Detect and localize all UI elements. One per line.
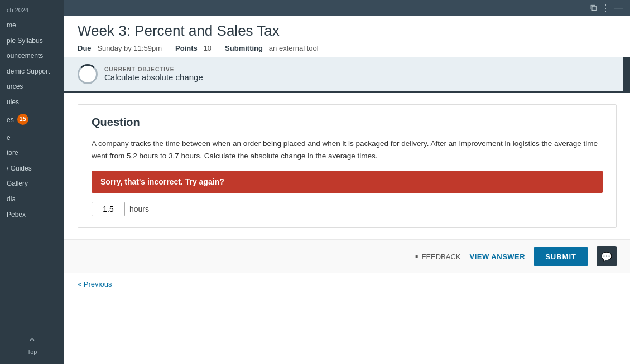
nav-footer: « Previous	[64, 273, 630, 297]
objective-main-text: Calculate absolute change	[104, 72, 203, 82]
sidebar-item-announcements[interactable]: ouncements	[0, 48, 64, 64]
chat-icon: 💬	[601, 251, 612, 262]
previous-link[interactable]: « Previous	[64, 275, 125, 293]
question-header: Question	[92, 116, 603, 129]
main-content: ⧉ ⋮ — Week 3: Percent and Sales Tax Due …	[64, 0, 630, 364]
submitting-label: Submitting	[225, 44, 263, 52]
page-title: Week 3: Percent and Sales Tax	[78, 22, 617, 40]
answer-row: hours	[92, 202, 603, 216]
page-meta: Due Sunday by 11:59pm Points 10 Submitti…	[78, 44, 617, 52]
bottom-action-bar: ▪ FEEDBACK VIEW ANSWER SUBMIT 💬	[64, 239, 630, 273]
content-area: CURRENT OBJECTIVE Calculate absolute cha…	[64, 57, 630, 364]
feedback-label: FEEDBACK	[421, 253, 460, 261]
answer-unit: hours	[129, 205, 149, 213]
sidebar-item-gallery[interactable]: Gallery	[0, 176, 64, 192]
points-info: Points 10	[175, 44, 211, 52]
sidebar-item-me[interactable]: me	[0, 18, 64, 33]
sidebar-item-syllabus[interactable]: ple Syllabus	[0, 33, 64, 49]
chat-button[interactable]: 💬	[597, 246, 617, 266]
error-message: Sorry, that's incorrect. Try again?	[100, 177, 224, 186]
view-answer-button[interactable]: VIEW ANSWER	[470, 253, 526, 261]
sidebar-item-webex[interactable]: Pebex	[0, 207, 64, 223]
submitting-value: an external tool	[269, 44, 319, 52]
sidebar-item-guides[interactable]: / Guides	[0, 161, 64, 177]
minimize-icon[interactable]: —	[614, 3, 623, 13]
notification-badge: 15	[17, 114, 28, 125]
right-accent-bar	[623, 57, 630, 91]
objective-container: CURRENT OBJECTIVE Calculate absolute cha…	[64, 57, 630, 93]
due-label: Due	[78, 44, 92, 52]
sidebar-item-academic-support[interactable]: demic Support	[0, 64, 64, 80]
topbar: ⧉ ⋮ —	[64, 0, 630, 16]
sidebar-item-media[interactable]: dia	[0, 192, 64, 207]
sidebar-year: ch 2024	[0, 4, 64, 18]
question-card: Question A company tracks the time betwe…	[78, 104, 617, 228]
sidebar-item-store[interactable]: tore	[0, 145, 64, 161]
points-value: 10	[204, 44, 211, 52]
question-title: Question	[92, 116, 140, 129]
window-icon[interactable]: ⧉	[590, 3, 597, 13]
page-header: Week 3: Percent and Sales Tax Due Sunday…	[64, 16, 630, 57]
sidebar-item-resources[interactable]: urces	[0, 79, 64, 95]
feedback-icon: ▪	[415, 251, 419, 261]
submitting-info: Submitting an external tool	[225, 44, 319, 52]
objective-progress-icon	[78, 64, 98, 84]
submit-button[interactable]: SUBMIT	[534, 247, 588, 266]
top-link[interactable]: ⌃ Top	[0, 332, 64, 360]
due-value: Sunday by 11:59pm	[97, 44, 162, 52]
objective-sublabel: CURRENT OBJECTIVE	[104, 66, 203, 72]
more-options-icon[interactable]: ⋮	[601, 3, 610, 13]
sidebar-item-modules[interactable]: ules	[0, 95, 64, 110]
sidebar-item-e[interactable]: e	[0, 130, 64, 146]
sidebar-item-es[interactable]: es 15	[0, 110, 64, 130]
sidebar: ch 2024 me ple Syllabus ouncements demic…	[0, 0, 64, 364]
feedback-button[interactable]: ▪ FEEDBACK	[415, 251, 461, 261]
objective-text-block: CURRENT OBJECTIVE Calculate absolute cha…	[104, 66, 203, 82]
points-label: Points	[175, 44, 198, 52]
error-banner: Sorry, that's incorrect. Try again?	[92, 171, 603, 193]
question-body: A company tracks the time between when a…	[92, 138, 603, 162]
due-info: Due Sunday by 11:59pm	[78, 44, 162, 52]
answer-input[interactable]	[92, 202, 125, 216]
